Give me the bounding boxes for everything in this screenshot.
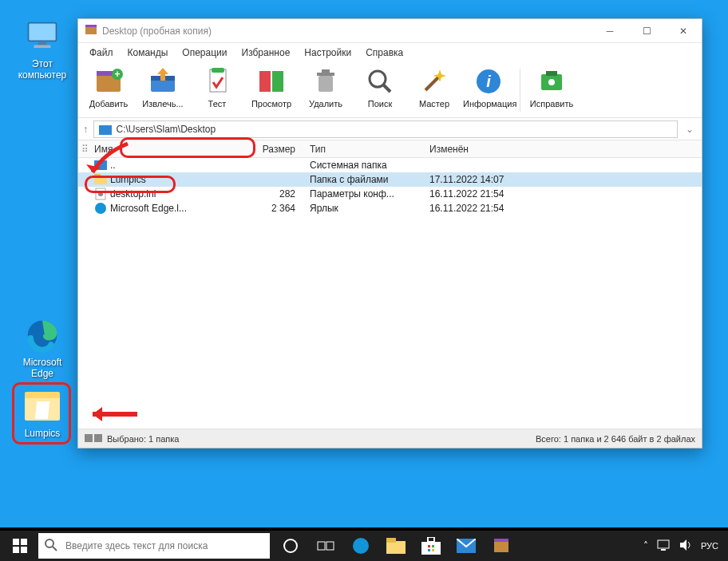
archive-add-icon: + xyxy=(93,65,125,97)
tool-repair[interactable]: Исправить xyxy=(526,65,577,109)
tb-mail[interactable] xyxy=(449,529,484,561)
svg-rect-44 xyxy=(318,542,325,550)
menu-commands[interactable]: Команды xyxy=(121,45,175,60)
col-name[interactable]: Имя xyxy=(89,144,233,155)
svg-rect-51 xyxy=(428,545,430,547)
status-right: Всего: 1 папка и 2 646 байт в 2 файлах xyxy=(536,434,695,444)
path-dropdown[interactable]: ⌄ xyxy=(682,124,697,135)
svg-rect-0 xyxy=(29,23,57,41)
svg-text:i: i xyxy=(486,73,491,90)
start-button[interactable] xyxy=(3,531,37,561)
tb-explorer[interactable] xyxy=(378,529,413,561)
svg-rect-14 xyxy=(259,71,271,92)
up-button[interactable]: ↑ xyxy=(83,123,89,135)
edge-shortcut-icon xyxy=(94,202,107,215)
desktop-icon-lumpics[interactable]: Lumpics xyxy=(13,387,72,440)
list-item[interactable]: desktop.ini 282 Параметры конф... 16.11.… xyxy=(78,187,702,201)
tb-taskview[interactable] xyxy=(308,529,343,561)
svg-rect-1 xyxy=(38,42,47,45)
menu-help[interactable]: Справка xyxy=(359,45,410,60)
tool-wizard[interactable]: Мастер xyxy=(409,65,460,109)
status-left: Выбрано: 1 папка xyxy=(107,434,179,444)
toolbar: +Добавить Извлечь... Тест Просмотр Удали… xyxy=(78,62,702,118)
svg-rect-37 xyxy=(13,539,19,545)
tool-add[interactable]: +Добавить xyxy=(83,65,134,109)
svg-line-20 xyxy=(383,85,390,92)
tb-cortana[interactable] xyxy=(273,529,308,561)
tb-winrar[interactable] xyxy=(484,529,519,561)
close-button[interactable]: ✕ xyxy=(665,19,702,43)
svg-point-33 xyxy=(95,203,106,214)
list-item[interactable]: .. Системная папка xyxy=(78,158,702,172)
col-date[interactable]: Изменён xyxy=(425,144,702,155)
svg-line-21 xyxy=(425,76,440,90)
info-icon: i xyxy=(473,65,504,97)
svg-rect-52 xyxy=(432,545,434,547)
svg-line-42 xyxy=(53,547,57,551)
folder-icon xyxy=(23,387,61,425)
menu-favorites[interactable]: Избранное xyxy=(235,45,297,60)
tool-delete[interactable]: Удалить xyxy=(300,65,351,109)
svg-rect-54 xyxy=(432,549,434,551)
repair-icon xyxy=(536,65,568,97)
tb-edge[interactable] xyxy=(343,529,378,561)
desktop-icon-this-pc[interactable]: Этот компьютер xyxy=(13,18,72,81)
svg-rect-27 xyxy=(99,125,112,135)
folder-icon xyxy=(94,173,107,186)
edge-icon xyxy=(23,316,61,354)
menu-operations[interactable]: Операции xyxy=(176,45,233,60)
tray-chevron-icon[interactable]: ˄ xyxy=(643,540,648,551)
svg-rect-28 xyxy=(94,160,107,170)
svg-rect-48 xyxy=(386,538,396,543)
ini-file-icon xyxy=(94,188,107,200)
folder-up-icon xyxy=(94,159,107,172)
winrar-window: Desktop (пробная копия) ─ ☐ ✕ Файл Коман… xyxy=(77,18,702,448)
menu-settings[interactable]: Настройки xyxy=(298,45,358,60)
minimize-button[interactable]: ─ xyxy=(592,19,628,43)
maximize-button[interactable]: ☐ xyxy=(628,19,665,43)
menu-file[interactable]: Файл xyxy=(83,45,120,60)
svg-rect-39 xyxy=(13,547,19,553)
view-icon xyxy=(255,65,287,97)
svg-rect-45 xyxy=(326,542,334,550)
list-item-lumpics[interactable]: Lumpics Папка с файлами 17.11.2022 14:07 xyxy=(78,172,702,187)
svg-rect-5 xyxy=(85,25,97,27)
list-item[interactable]: Microsoft Edge.l... 2 364 Ярлык 16.11.20… xyxy=(78,201,702,215)
svg-point-26 xyxy=(548,79,555,85)
tool-find[interactable]: Поиск xyxy=(354,65,406,109)
tool-view[interactable]: Просмотр xyxy=(246,65,297,109)
svg-rect-17 xyxy=(317,73,334,76)
svg-rect-30 xyxy=(94,174,101,177)
tray-network-icon[interactable] xyxy=(656,539,671,554)
search-icon xyxy=(364,65,396,97)
svg-point-32 xyxy=(98,192,103,196)
col-type[interactable]: Тип xyxy=(305,144,425,155)
tool-test[interactable]: Тест xyxy=(192,65,243,109)
tool-info[interactable]: iИнформация xyxy=(463,65,514,109)
svg-point-41 xyxy=(46,539,53,547)
svg-point-43 xyxy=(284,539,297,552)
tool-extract[interactable]: Извлечь... xyxy=(137,65,188,109)
svg-rect-40 xyxy=(21,547,27,553)
address-bar: ↑ C:\Users\Slam\Desktop ⌄ xyxy=(78,118,702,140)
path-text: C:\Users\Slam\Desktop xyxy=(117,124,216,135)
svg-rect-15 xyxy=(272,71,283,92)
tray-volume-icon[interactable] xyxy=(679,539,693,554)
svg-rect-53 xyxy=(428,549,430,551)
svg-point-46 xyxy=(353,538,369,554)
svg-rect-58 xyxy=(658,540,669,548)
tray-lang-icon[interactable]: РУС xyxy=(701,541,718,551)
monitor-icon xyxy=(23,18,61,56)
svg-rect-16 xyxy=(318,76,333,92)
svg-rect-25 xyxy=(546,71,557,76)
svg-rect-29 xyxy=(94,176,107,184)
taskbar-search[interactable]: Введите здесь текст для поиска xyxy=(38,533,270,559)
tb-store[interactable] xyxy=(413,529,449,561)
path-box[interactable]: C:\Users\Slam\Desktop xyxy=(93,120,679,138)
titlebar[interactable]: Desktop (пробная копия) ─ ☐ ✕ xyxy=(78,19,702,43)
col-size[interactable]: Размер xyxy=(233,144,305,155)
svg-rect-10 xyxy=(151,79,175,92)
svg-rect-2 xyxy=(34,45,51,49)
svg-rect-13 xyxy=(212,68,224,73)
desktop-icon-edge[interactable]: Microsoft Edge xyxy=(13,316,72,380)
